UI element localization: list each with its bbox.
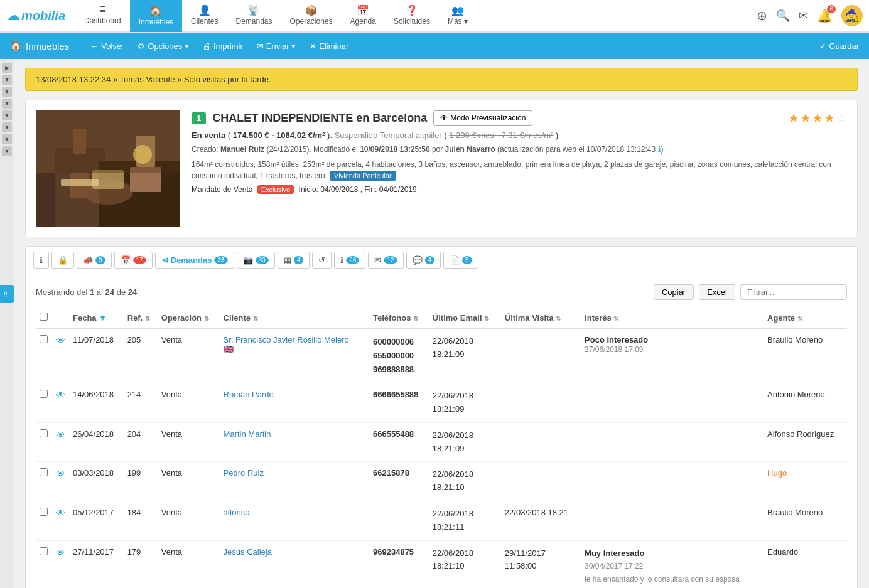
table-row: 👁 11/07/2018 205 Venta Sr. Francisco Jav… [36, 328, 847, 383]
eliminar-icon: ✕ [310, 41, 316, 51]
row-eye[interactable]: 👁 [52, 328, 69, 383]
row-cliente[interactable]: Román Pardo [220, 383, 369, 423]
volver-icon: ← [90, 41, 99, 51]
tab-info[interactable]: ℹ [33, 252, 49, 269]
sidebar-arrow-2[interactable]: ▼ [2, 75, 12, 85]
row-eye[interactable]: 👁 [52, 383, 69, 423]
sidebar-arrow-3[interactable]: ▼ [2, 87, 12, 97]
tab-megaphone[interactable]: 📣 9 [77, 252, 112, 269]
row-fecha: 14/06/2018 [69, 383, 124, 423]
imprimir-icon: 🖨 [203, 41, 211, 51]
row-checkbox[interactable] [36, 462, 52, 501]
cliente-link[interactable]: Pedro Ruiz [224, 468, 264, 478]
col-fecha[interactable]: Fecha ▼ [69, 307, 124, 328]
row-cliente[interactable]: Sr. Francisco Javier Rosillo Melero 🇬🇧 [220, 328, 369, 383]
row-agente: Braulio Moreno [764, 328, 847, 383]
tab-email[interactable]: ✉ 12 [368, 252, 403, 269]
row-eye[interactable]: 👁 [52, 462, 69, 501]
stars-container[interactable]: ★ ★ ★ ★ ☆ [788, 110, 847, 126]
nav-item-dashboard[interactable]: 🖥 Dashboard [75, 0, 130, 32]
select-all-checkbox[interactable] [40, 313, 48, 321]
add-button[interactable]: ⊕ [757, 8, 767, 23]
row-fecha: 11/07/2018 [69, 328, 124, 383]
sidebar-arrow-1[interactable]: ▶ [2, 63, 12, 73]
tab-lock[interactable]: 🔒 [51, 252, 74, 269]
blue-side-button[interactable]: ar [0, 285, 14, 304]
nav-item-inmuebles[interactable]: 🏠 Inmuebles [130, 0, 182, 32]
row-checkbox[interactable] [36, 328, 52, 383]
email-tab-icon: ✉ [374, 255, 381, 265]
col-telefonos[interactable]: Teléfonos ⇅ [369, 307, 429, 328]
search-button[interactable]: 🔍 [776, 9, 790, 23]
avatar[interactable]: 🧙 [841, 5, 863, 26]
email-button[interactable]: ✉ [799, 9, 808, 23]
tab-info2[interactable]: ℹ 26 [334, 252, 365, 269]
cliente-link[interactable]: alfonso [224, 508, 250, 517]
row-cliente[interactable]: Pedro Ruiz [220, 462, 369, 501]
row-eye[interactable]: 👁 [52, 422, 69, 462]
row-agente: Antonio Moreno [764, 383, 847, 423]
whatsapp-icon: 💬 [413, 255, 423, 265]
tab-grid[interactable]: ▦ 4 [278, 252, 310, 269]
row-eye[interactable]: 👁 [52, 501, 69, 541]
tab-doc[interactable]: 📄 5 [443, 252, 478, 269]
row-checkbox[interactable] [36, 422, 52, 462]
sidebar-arrow-4[interactable]: ▼ [2, 99, 12, 109]
row-cliente[interactable]: Martin Martin [220, 422, 369, 462]
row-cliente[interactable]: alfonso [220, 501, 369, 541]
copy-button[interactable]: Copiar [654, 284, 694, 300]
nav-item-operaciones[interactable]: 📦 Operaciones [281, 0, 342, 32]
nav-items: 🖥 Dashboard 🏠 Inmuebles 👤 Clientes 📡 Dem… [75, 0, 757, 32]
eliminar-button[interactable]: ✕ Eliminar [303, 38, 355, 54]
nav-item-solicitudes[interactable]: ❓ Solicitudes [385, 0, 439, 32]
row-ultimo-email: 22/06/201818:21:09 [429, 328, 501, 383]
cliente-link[interactable]: Jesús Calleja [224, 547, 272, 557]
sub-nav-icon: 🏠 [10, 40, 22, 51]
enviar-button[interactable]: ✉ Enviar ▾ [251, 38, 302, 54]
sub-nav: 🏠 Inmuebles ← Volver ⚙ Opciones ▾ 🖨 Impr… [0, 33, 869, 59]
row-ultima-visita: 29/11/201711:58:00 [501, 540, 581, 588]
col-cliente[interactable]: Cliente ⇅ [220, 307, 369, 328]
preview-button[interactable]: 👁 Modo Previsualización [433, 110, 532, 126]
excel-button[interactable]: Excel [699, 284, 735, 300]
sidebar-arrow-6[interactable]: ▼ [2, 122, 12, 132]
col-operacion[interactable]: Operación ⇅ [158, 307, 220, 328]
imprimir-button[interactable]: 🖨 Imprimir [197, 38, 249, 54]
nav-item-clientes[interactable]: 👤 Clientes [182, 0, 227, 32]
property-card: 1 CHALET INDEPENDIENTE en Barcelona 👁 Mo… [25, 100, 858, 237]
row-ultima-visita: 22/03/2018 18:21 [501, 501, 581, 541]
cliente-link[interactable]: Sr. Francisco Javier Rosillo Melero [224, 335, 349, 345]
cliente-link[interactable]: Román Pardo [224, 390, 274, 399]
row-checkbox[interactable] [36, 501, 52, 541]
tab-demandas[interactable]: ⊲ Demandas 23 [155, 252, 234, 269]
col-ref[interactable]: Ref. ⇅ [124, 307, 158, 328]
opciones-button[interactable]: ⚙ Opciones ▾ [131, 38, 195, 54]
sidebar-arrow-7[interactable]: ▼ [2, 134, 12, 144]
tab-calendar[interactable]: 📅 17 [114, 252, 153, 269]
row-operacion: Venta [158, 328, 220, 383]
tab-refresh[interactable]: ↺ [312, 252, 332, 269]
row-ultima-visita [501, 328, 581, 383]
col-agente[interactable]: Agente ⇅ [764, 307, 847, 328]
guardar-button[interactable]: ✓ Guardar [819, 41, 859, 51]
row-eye[interactable]: 👁 [52, 540, 69, 588]
tab-whatsapp[interactable]: 💬 4 [406, 252, 441, 269]
tab-camera[interactable]: 📷 30 [237, 252, 275, 269]
col-ultima-visita[interactable]: Última Visita ⇅ [501, 307, 581, 328]
sidebar-arrow-5[interactable]: ▼ [2, 110, 12, 120]
col-interes[interactable]: Interés ⇅ [581, 307, 764, 328]
cliente-link-martin[interactable]: Martin Martin [224, 429, 271, 439]
table-toolbar: Mostrando del 1 al 24 de 24 Copiar Excel [36, 284, 847, 300]
row-checkbox[interactable] [36, 383, 52, 423]
logo[interactable]: ☁ mobilia [6, 8, 65, 24]
nav-item-demandas[interactable]: 📡 Demandas [227, 0, 281, 32]
nav-item-agenda[interactable]: 📅 Agenda [342, 0, 385, 32]
sidebar-arrow-8[interactable]: ▼ [2, 146, 12, 156]
nav-item-mas[interactable]: 👥 Más ▾ [439, 0, 477, 32]
row-checkbox[interactable] [36, 540, 52, 588]
volver-button[interactable]: ← Volver [84, 38, 130, 54]
filter-input[interactable] [740, 284, 847, 300]
col-ultimo-email[interactable]: Último Email ⇅ [429, 307, 501, 328]
row-cliente[interactable]: Jesús Calleja [220, 540, 369, 588]
notifications-wrapper[interactable]: 🔔 6 [817, 8, 833, 23]
